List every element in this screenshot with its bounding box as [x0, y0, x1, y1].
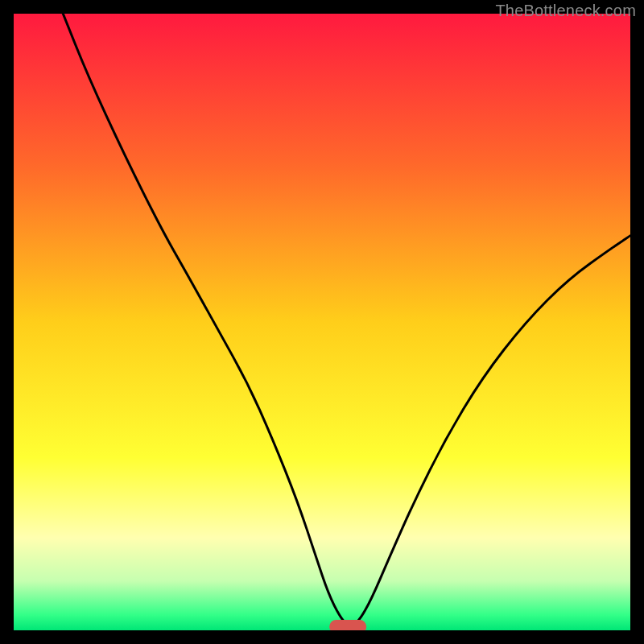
- gradient-background: [14, 14, 630, 630]
- plot-area: [14, 14, 630, 630]
- watermark-text: TheBottleneck.com: [495, 2, 636, 20]
- chart-svg: [14, 14, 630, 630]
- chart-frame: TheBottleneck.com: [0, 0, 644, 644]
- optimal-marker: [329, 620, 366, 630]
